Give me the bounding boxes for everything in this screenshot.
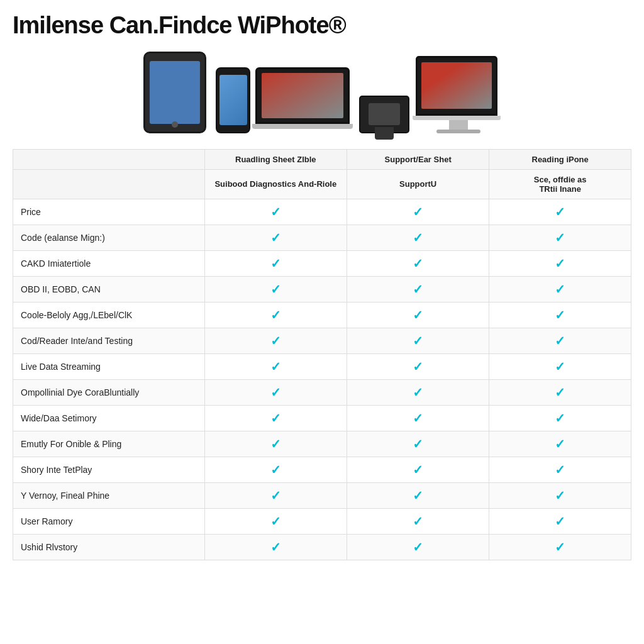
table-row: Emutly For Onible & Pling✓✓✓ xyxy=(13,431,631,457)
laptop-icon xyxy=(255,67,350,133)
check-cell: ✓ xyxy=(204,457,347,482)
check-cell: ✓ xyxy=(347,250,489,276)
check-cell: ✓ xyxy=(204,199,347,225)
checkmark-icon: ✓ xyxy=(413,386,423,399)
checkmark-icon: ✓ xyxy=(555,463,565,477)
header-col1: Ruadling Sheet Zlble xyxy=(204,149,347,169)
checkmark-icon: ✓ xyxy=(270,334,281,348)
header2-col2: SupportU xyxy=(347,169,489,199)
phone-laptop-group xyxy=(216,67,350,133)
feature-cell: OBD II, EOBD, CAN xyxy=(13,276,205,302)
check-cell: ✓ xyxy=(347,431,489,457)
table-row: User Ramory✓✓✓ xyxy=(13,508,631,534)
checkmark-icon: ✓ xyxy=(270,205,281,219)
table-row: Shory Inte TetPlay✓✓✓ xyxy=(13,457,631,482)
checkmark-icon: ✓ xyxy=(413,257,423,270)
checkmark-icon: ✓ xyxy=(555,308,565,322)
checkmark-icon: ✓ xyxy=(413,437,423,451)
checkmark-icon: ✓ xyxy=(555,257,565,270)
check-cell: ✓ xyxy=(489,199,631,225)
check-cell: ✓ xyxy=(489,534,631,560)
checkmark-icon: ✓ xyxy=(270,437,281,451)
laptop-screen xyxy=(255,67,350,124)
table-row: Cod/Reader Inte/and Testing✓✓✓ xyxy=(13,328,631,353)
table-row: Code (ealanse Mign:)✓✓✓ xyxy=(13,225,631,250)
table-header-row-2: Suibood Diagnostics And-Riole SupportU S… xyxy=(13,169,631,199)
check-cell: ✓ xyxy=(204,353,347,379)
checkmark-icon: ✓ xyxy=(270,540,281,554)
checkmark-icon: ✓ xyxy=(270,411,281,425)
check-cell: ✓ xyxy=(204,302,347,328)
feature-cell: Price xyxy=(13,199,205,225)
checkmark-icon: ✓ xyxy=(413,360,423,374)
check-cell: ✓ xyxy=(489,457,631,482)
checkmark-icon: ✓ xyxy=(555,514,565,528)
feature-cell: Live Data Streaming xyxy=(13,353,205,379)
check-cell: ✓ xyxy=(347,534,489,560)
check-cell: ✓ xyxy=(489,431,631,457)
table-row: Live Data Streaming✓✓✓ xyxy=(13,353,631,379)
feature-cell: Wide/Daa Setimory xyxy=(13,405,205,431)
checkmark-icon: ✓ xyxy=(555,205,565,219)
feature-cell: Coole-Beloly Agg,/LEbel/ClK xyxy=(13,302,205,328)
feature-cell: Shory Inte TetPlay xyxy=(13,457,205,482)
feature-cell: Emutly For Onible & Pling xyxy=(13,431,205,457)
header2-col1: Suibood Diagnostics And-Riole xyxy=(204,169,347,199)
check-cell: ✓ xyxy=(489,508,631,534)
check-cell: ✓ xyxy=(489,225,631,250)
laptop-screen-inner xyxy=(262,73,343,118)
checkmark-icon: ✓ xyxy=(413,540,423,554)
feature-cell: Ushid Rlvstory xyxy=(13,534,205,560)
checkmark-icon: ✓ xyxy=(270,308,281,322)
check-cell: ✓ xyxy=(489,276,631,302)
comparison-table: Ruadling Sheet Zlble Support/Ear Shet Re… xyxy=(13,149,631,560)
check-cell: ✓ xyxy=(204,276,347,302)
check-cell: ✓ xyxy=(347,199,489,225)
check-cell: ✓ xyxy=(347,457,489,482)
header2-empty xyxy=(13,169,205,199)
obd-inner xyxy=(369,103,400,125)
checkmark-icon: ✓ xyxy=(555,437,565,451)
check-cell: ✓ xyxy=(347,405,489,431)
checkmark-icon: ✓ xyxy=(555,334,565,348)
monitor-base-top xyxy=(413,116,501,120)
monitor-screen xyxy=(416,56,497,116)
checkmark-icon: ✓ xyxy=(555,411,565,425)
laptop-base xyxy=(252,124,353,129)
monitor-obd-group xyxy=(359,56,501,133)
check-cell: ✓ xyxy=(347,328,489,353)
check-cell: ✓ xyxy=(347,379,489,405)
monitor-container xyxy=(416,56,501,133)
tablet-home-button xyxy=(172,121,178,128)
check-cell: ✓ xyxy=(489,353,631,379)
check-cell: ✓ xyxy=(489,302,631,328)
checkmark-icon: ✓ xyxy=(270,489,281,502)
feature-cell: Cod/Reader Inte/and Testing xyxy=(13,328,205,353)
checkmark-icon: ✓ xyxy=(555,231,565,245)
check-cell: ✓ xyxy=(204,225,347,250)
feature-cell: User Ramory xyxy=(13,508,205,534)
checkmark-icon: ✓ xyxy=(413,282,423,296)
header-col3: Reading iPone xyxy=(489,149,631,169)
check-cell: ✓ xyxy=(204,508,347,534)
header2-col3: Sce, offdie as TRtii Inane xyxy=(489,169,631,199)
table-row: CAKD Imiatertiole✓✓✓ xyxy=(13,250,631,276)
checkmark-icon: ✓ xyxy=(413,205,423,219)
table-row: Ushid Rlvstory✓✓✓ xyxy=(13,534,631,560)
check-cell: ✓ xyxy=(347,482,489,508)
check-cell: ✓ xyxy=(204,431,347,457)
monitor-foot xyxy=(436,130,480,133)
table-row: Ompollinial Dye CoraBluntially✓✓✓ xyxy=(13,379,631,405)
checkmark-icon: ✓ xyxy=(413,308,423,322)
feature-cell: Y Vernoy, Fineal Phine xyxy=(13,482,205,508)
obd-icon xyxy=(359,96,409,133)
check-cell: ✓ xyxy=(204,328,347,353)
table-row: Wide/Daa Setimory✓✓✓ xyxy=(13,405,631,431)
check-cell: ✓ xyxy=(347,508,489,534)
check-cell: ✓ xyxy=(204,482,347,508)
checkmark-icon: ✓ xyxy=(413,489,423,502)
check-cell: ✓ xyxy=(204,534,347,560)
check-cell: ✓ xyxy=(489,482,631,508)
checkmark-icon: ✓ xyxy=(270,386,281,399)
brand-title: Imilense Can.Findce WiPhote® xyxy=(13,13,631,39)
